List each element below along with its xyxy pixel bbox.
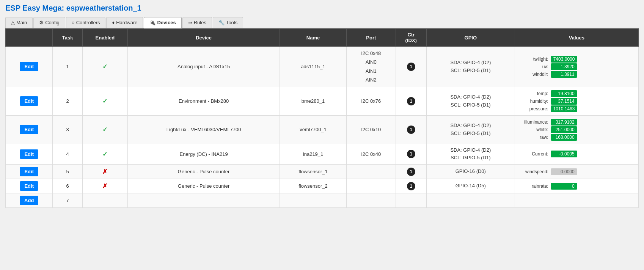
devices-icon: 🔌 (149, 20, 156, 25)
nav-tab-label-hardware: Hardware (116, 20, 137, 25)
port-cell (346, 193, 396, 208)
device-name: Light/Lux - VEML6030/VEML7700 (128, 115, 280, 144)
action-cell: Edit (6, 179, 53, 193)
values-cell: windspeed:0.0000 (515, 165, 638, 179)
ctr-idx (396, 193, 426, 208)
ctr-badge: 1 (407, 97, 415, 105)
edit-button[interactable]: Edit (20, 62, 38, 71)
nav-tab-devices[interactable]: 🔌Devices (144, 17, 181, 28)
col-task: Task (53, 29, 82, 47)
task-number: 3 (53, 115, 82, 144)
value-row: winddir:1.3911 (518, 71, 635, 78)
nav-tab-controllers[interactable]: ○Controllers (66, 17, 106, 28)
value-label: pressure: (518, 106, 548, 111)
values-cell: illuminance:317.9102white:251.0000raw:16… (515, 115, 638, 144)
value-label: rainrate: (518, 184, 548, 189)
edit-button[interactable]: Edit (20, 125, 38, 134)
col-gpio: GPIO (426, 29, 515, 47)
col-port: Port (346, 29, 396, 47)
nav-tab-config[interactable]: ⚙Config (33, 17, 65, 28)
value-number: -0.0005 (551, 151, 577, 157)
nav-tab-tools[interactable]: 🔧Tools (213, 17, 243, 28)
table-row: Edit6✗Generic - Pulse counterflowsensor_… (6, 179, 639, 193)
nav-tab-label-controllers: Controllers (76, 20, 100, 25)
nav-tab-hardware[interactable]: ♦Hardware (106, 17, 143, 28)
value-label: twilight: (518, 57, 548, 62)
value-label: Current: (518, 151, 548, 157)
task-number: 7 (53, 193, 82, 208)
enabled-cell: ✓ (82, 47, 127, 87)
col-ctr: Ctr(IDX) (396, 29, 426, 47)
enabled-cell: ✓ (82, 115, 127, 144)
page-wrapper: ESP Easy Mega: espweatherstation_1 △Main… (0, 0, 644, 270)
value-number: 317.9102 (551, 119, 577, 126)
sensor-name: veml7700_1 (280, 115, 347, 144)
device-name (128, 193, 280, 208)
values-cell: temp:19.8100humidity:37.1514pressure:101… (515, 87, 638, 115)
ctr-badge: 1 (407, 150, 415, 158)
sensor-name: flowsensor_1 (280, 165, 347, 179)
value-number: 251.0000 (551, 126, 577, 133)
sensor-name: ads1115_1 (280, 47, 347, 87)
check-icon: ✓ (102, 98, 107, 104)
action-cell: Edit (6, 144, 53, 165)
task-number: 6 (53, 179, 82, 193)
value-number: 0.0000 (551, 168, 577, 175)
action-cell: Edit (6, 87, 53, 115)
value-row: illuminance:317.9102 (518, 119, 635, 126)
port-cell: I2C 0x40 (346, 144, 396, 165)
enabled-cell: ✓ (82, 87, 127, 115)
table-row: Edit1✓Analog input - ADS1x15ads1115_1I2C… (6, 47, 639, 87)
value-row: twilight:7403.0000 (518, 56, 635, 63)
task-number: 1 (53, 47, 82, 87)
value-label: windspeed: (518, 169, 548, 174)
action-cell: Edit (6, 165, 53, 179)
action-cell: Edit (6, 47, 53, 87)
edit-button[interactable]: Edit (20, 149, 38, 159)
col-action (6, 29, 53, 47)
table-row: Edit2✓Environment - BMx280bme280_1I2C 0x… (6, 87, 639, 115)
device-name: Environment - BMx280 (128, 87, 280, 115)
value-row: pressure:1010.1463 (518, 105, 635, 112)
value-number: 1.3911 (551, 71, 577, 78)
table-header: Task Enabled Device Name Port Ctr(IDX) G… (6, 29, 639, 47)
value-number: 168.0000 (551, 134, 577, 141)
value-label: humidity: (518, 99, 548, 104)
value-number: 37.1514 (551, 98, 577, 105)
sensor-name (280, 193, 347, 208)
task-number: 4 (53, 144, 82, 165)
edit-button[interactable]: Edit (20, 167, 38, 176)
table-row: Add7 (6, 193, 639, 208)
value-row: white:251.0000 (518, 126, 635, 133)
ctr-idx: 1 (396, 179, 426, 193)
main-icon: △ (11, 20, 15, 25)
ctr-idx: 1 (396, 144, 426, 165)
enabled-cell: ✓ (82, 144, 127, 165)
value-row: Current:-0.0005 (518, 151, 635, 157)
value-number: 19.8100 (551, 90, 577, 97)
device-name: Generic - Pulse counter (128, 179, 280, 193)
rules-icon: ⇒ (188, 20, 192, 25)
gpio-cell: GPIO-14 (D5) (426, 179, 515, 193)
device-name: Energy (DC) - INA219 (128, 144, 280, 165)
edit-button[interactable]: Edit (20, 96, 38, 106)
controllers-icon: ○ (72, 20, 75, 25)
nav-tabs: △Main⚙Config○Controllers♦Hardware🔌Device… (5, 16, 639, 28)
ctr-idx: 1 (396, 115, 426, 144)
device-table: Task Enabled Device Name Port Ctr(IDX) G… (5, 28, 639, 208)
col-name: Name (280, 29, 347, 47)
gpio-cell: SDA: GPIO-4 (D2)SCL: GPIO-5 (D1) (426, 87, 515, 115)
page-title: ESP Easy Mega: espweatherstation_1 (5, 4, 639, 13)
add-button[interactable]: Add (20, 196, 38, 205)
ctr-badge: 1 (407, 126, 415, 134)
value-row: rainrate:0 (518, 183, 635, 190)
ctr-idx: 1 (396, 87, 426, 115)
table-body: Edit1✓Analog input - ADS1x15ads1115_1I2C… (6, 47, 639, 208)
value-label: uv: (518, 64, 548, 69)
nav-tab-main[interactable]: △Main (5, 17, 33, 28)
cross-icon: ✗ (102, 183, 107, 189)
hardware-icon: ♦ (112, 20, 115, 25)
nav-tab-rules[interactable]: ⇒Rules (182, 17, 212, 28)
sensor-name: bme280_1 (280, 87, 347, 115)
edit-button[interactable]: Edit (20, 181, 38, 191)
